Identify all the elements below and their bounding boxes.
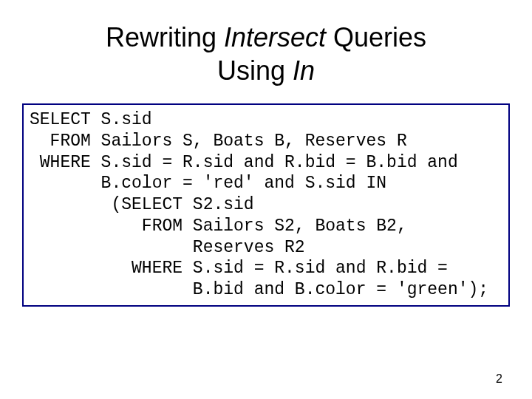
sql-code-box: SELECT S.sid FROM Sailors S, Boats B, Re… <box>22 103 510 307</box>
code-line: B.bid and B.color = 'green'); <box>30 280 488 299</box>
title-italic-2: In <box>293 55 315 86</box>
title-text-1: Rewriting <box>106 22 224 52</box>
code-line: WHERE S.sid = R.sid and R.bid = <box>30 259 448 278</box>
title-text-2: Queries <box>326 22 426 52</box>
code-line: FROM Sailors S2, Boats B2, <box>30 216 407 236</box>
code-line: FROM Sailors S, Boats B, Reserves R <box>30 132 407 151</box>
code-line: B.color = 'red' and S.sid IN <box>30 174 386 193</box>
code-line: (SELECT S2.sid <box>30 195 254 214</box>
slide: Rewriting Intersect Queries Using In SEL… <box>0 0 532 399</box>
code-line: WHERE S.sid = R.sid and R.bid = B.bid an… <box>30 153 458 172</box>
title-text-3: Using <box>217 55 293 86</box>
title-italic-1: Intersect <box>224 22 326 52</box>
page-number: 2 <box>496 372 502 386</box>
code-line: SELECT S.sid <box>30 110 152 129</box>
code-line: Reserves R2 <box>30 238 305 257</box>
slide-title: Rewriting Intersect Queries Using In <box>22 21 510 87</box>
